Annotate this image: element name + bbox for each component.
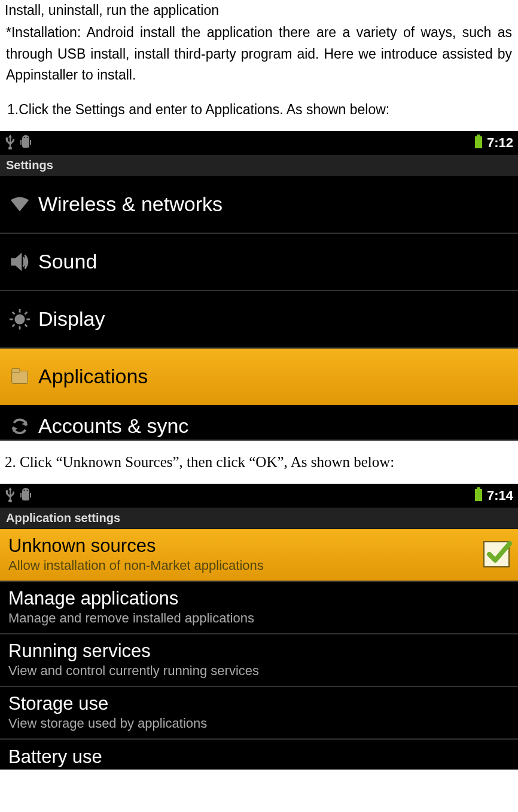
svg-rect-17 <box>477 487 480 489</box>
battery-icon <box>474 487 483 504</box>
settings-item-label: Wireless & networks <box>38 193 223 216</box>
svg-rect-3 <box>475 136 482 148</box>
svg-line-10 <box>25 324 28 326</box>
svg-rect-18 <box>475 489 482 501</box>
doc-heading: Install, uninstall, run the application <box>0 0 518 20</box>
sound-icon <box>8 251 38 273</box>
app-item-title: Manage applications <box>8 588 510 609</box>
status-bar: 7:12 <box>0 131 518 155</box>
unknown-sources-checkbox[interactable] <box>483 541 510 567</box>
app-item-subtitle: View storage used by applications <box>8 716 510 731</box>
doc-step-1: 1.Click the Settings and enter to Applic… <box>0 93 518 131</box>
applications-icon <box>8 365 38 388</box>
settings-title-bar: Settings <box>0 155 518 176</box>
app-item-unknown-sources[interactable]: Unknown sources Allow installation of no… <box>0 529 518 582</box>
status-time: 7:14 <box>487 488 513 503</box>
app-item-storage-use[interactable]: Storage use View storage used by applica… <box>0 687 518 740</box>
settings-item-accounts-sync[interactable]: Accounts & sync <box>0 406 518 441</box>
settings-item-applications[interactable]: Applications <box>0 349 518 406</box>
status-time: 7:12 <box>487 135 513 151</box>
app-item-title: Unknown sources <box>8 535 483 557</box>
doc-step-2: 2. Click “Unknown Sources”, then click “… <box>0 441 518 484</box>
settings-item-display[interactable]: Display <box>0 291 518 349</box>
sync-icon <box>8 415 38 438</box>
app-item-subtitle: Manage and remove installed applications <box>8 610 510 626</box>
svg-point-4 <box>14 314 25 324</box>
svg-rect-13 <box>12 371 28 383</box>
android-debug-icon <box>19 487 32 505</box>
settings-item-label: Sound <box>38 250 97 273</box>
svg-line-12 <box>13 324 15 326</box>
battery-icon <box>474 135 483 151</box>
svg-line-11 <box>25 312 28 315</box>
settings-item-label: Applications <box>38 365 148 388</box>
settings-item-wireless[interactable]: Wireless & networks <box>0 176 518 234</box>
settings-item-sound[interactable]: Sound <box>0 234 518 291</box>
android-debug-icon <box>19 134 32 152</box>
svg-rect-2 <box>477 135 480 136</box>
app-settings-title-bar: Application settings <box>0 508 518 529</box>
app-item-subtitle: Allow installation of non-Market applica… <box>8 558 483 573</box>
svg-point-16 <box>27 490 28 491</box>
wifi-icon <box>8 193 38 216</box>
settings-item-label: Accounts & sync <box>38 414 188 438</box>
app-item-title: Storage use <box>8 693 510 715</box>
svg-point-0 <box>24 137 25 138</box>
svg-point-1 <box>27 137 28 138</box>
app-item-subtitle: View and control currently running servi… <box>8 663 510 679</box>
status-bar: 7:14 <box>0 484 518 508</box>
app-item-running-services[interactable]: Running services View and control curren… <box>0 634 518 687</box>
app-item-title: Battery use <box>8 746 510 768</box>
screenshot-settings: 7:12 Settings Wireless & networks Sound … <box>0 131 518 441</box>
screenshot-app-settings: 7:14 Application settings Unknown source… <box>0 484 518 770</box>
usb-icon <box>5 134 16 152</box>
app-item-manage-applications[interactable]: Manage applications Manage and remove in… <box>0 582 518 634</box>
app-item-battery-use[interactable]: Battery use <box>0 740 518 770</box>
doc-intro: *Installation: Android install the appli… <box>0 20 518 93</box>
app-item-title: Running services <box>8 640 510 662</box>
settings-item-label: Display <box>38 307 105 331</box>
svg-line-9 <box>13 312 15 315</box>
svg-rect-14 <box>12 369 20 373</box>
display-icon <box>8 308 38 331</box>
usb-icon <box>5 487 16 505</box>
svg-point-15 <box>24 490 25 491</box>
